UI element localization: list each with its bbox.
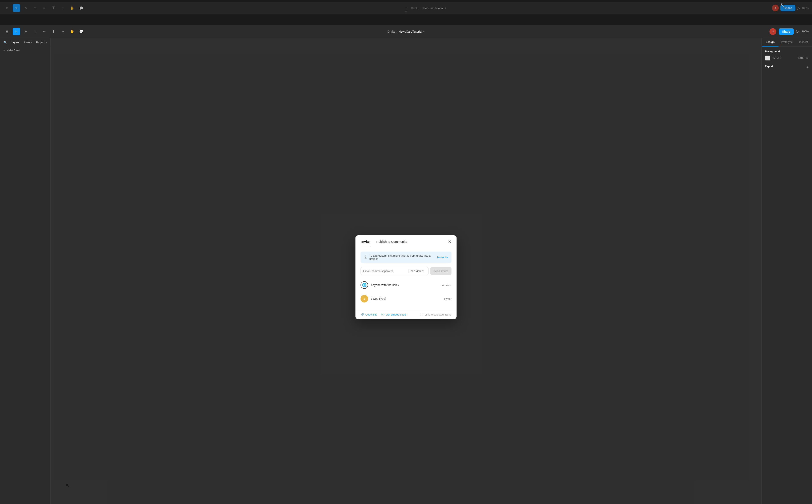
main-area: 🔍 Layers Assets Page 1 ▾ ≡ Hello Card In… [0,38,812,504]
ghost-tool-1: ⊞ [3,4,11,12]
breadcrumb-file[interactable]: NewsCardTutorial [399,30,422,33]
tab-assets[interactable]: Assets [22,40,34,45]
background-opacity[interactable]: 100% [797,57,804,60]
left-panel-tabs: 🔍 Layers Assets Page 1 ▾ [0,38,50,47]
breadcrumb-chevron-icon[interactable]: ▾ [423,30,425,33]
share-name-user: J Doe (You) [371,297,442,300]
tool-component[interactable]: ⊞ [3,28,11,35]
ghost-tool-2: ↖ [13,4,20,12]
info-icon: ⓘ [364,255,367,260]
email-input[interactable] [363,267,408,275]
copy-link-label: Copy link [365,313,377,316]
tool-shape[interactable]: □ [31,28,39,35]
right-panel-content: Background E5E5E5 100% 👁 Export + [762,47,812,74]
permission-dropdown[interactable]: can view ▾ [408,269,426,273]
modal-body: ⓘ To add editors, first move this file f… [356,247,456,310]
main-toolbar: ⊞ ↖ ⊕ □ ✏ T ⊹ ✋ 💬 Drafts / NewsCardTutor… [0,25,812,38]
modal-close-button[interactable]: ✕ [448,240,451,244]
ghost-cursor: ↖ [780,2,785,8]
embed-code-label: Get embed code [386,313,406,316]
modal-overlay: Invite Publish to Community ✕ ⓘ To add e… [50,38,762,504]
ghost-zoom: 100% [802,7,809,10]
tool-text[interactable]: T [50,28,57,35]
embed-code-button[interactable]: </> Get embed code [381,313,406,316]
tool-comment[interactable]: 💬 [77,28,85,35]
modal-header: Invite Publish to Community ✕ [356,235,456,247]
breadcrumb-drafts[interactable]: Drafts [387,30,395,33]
globe-avatar: 🌐 [361,281,368,289]
share-button[interactable]: Share [779,28,794,35]
embed-code-icon: </> [381,313,384,316]
right-panel: Design Prototype Inspect Background E5E5… [762,38,812,504]
tool-resources[interactable]: ⊹ [59,28,66,35]
tab-prototype[interactable]: Prototype [779,38,795,46]
ghost-breadcrumb-file: NewsCardTutorial [422,7,443,10]
tool-frame[interactable]: ⊕ [22,28,29,35]
visibility-icon[interactable]: 👁 [806,56,809,60]
ghost-tool-8: ✋ [68,4,76,12]
frame-checkbox-label: Link to selected frame [425,313,451,316]
page-name: Page 1 [36,41,45,44]
canvas-area[interactable]: Invite Publish to Community ✕ ⓘ To add e… [50,38,762,504]
tool-pen[interactable]: ✏ [40,28,48,35]
copy-link-icon: 🔗 [361,313,364,316]
page-chevron-icon: ▾ [46,41,47,44]
send-invite-button[interactable]: Send invite [430,267,451,275]
ghost-play-button: ▷ [797,6,800,10]
background-section-title: Background [765,50,809,53]
background-hex[interactable]: E5E5E5 [772,57,796,60]
tool-select[interactable]: ↖ [13,28,20,35]
user-share-avatar: J [361,295,368,302]
info-banner-text: To add editors, first move this file fro… [369,254,435,260]
info-banner: ⓘ To add editors, first move this file f… [361,252,451,263]
frame-checkbox[interactable] [420,313,423,316]
modal-tab-invite[interactable]: Invite [361,240,370,247]
ghost-tool-6: T [50,4,57,12]
tab-inspect[interactable]: Inspect [795,38,812,46]
tab-layers[interactable]: Layers [9,40,21,45]
permission-value: can view [411,269,421,273]
modal-footer: 🔗 Copy link </> Get embed code Link to s… [356,310,456,319]
share-name-link[interactable]: Anyone with the link ▾ [371,283,438,287]
toolbar-title: Drafts / NewsCardTutorial ▾ [387,30,425,33]
ghost-tool-7: ⊹ [59,4,66,12]
ghost-tool-3: ⊕ [22,4,29,12]
frame-checkbox-row: Link to selected frame [420,313,451,316]
play-button[interactable]: ▷ [796,29,799,34]
ghost-breadcrumb-drafts: Drafts [411,7,418,10]
share-modal: Invite Publish to Community ✕ ⓘ To add e… [356,235,456,319]
divider [361,292,451,292]
search-icon[interactable]: 🔍 [3,41,7,44]
export-section-title: Export [765,65,773,68]
page-selector[interactable]: Page 1 ▾ [36,41,47,44]
ghost-tool-5: ✏ [40,4,48,12]
export-row: Export + [765,65,809,70]
share-row-link: 🌐 Anyone with the link ▾ can view [361,279,451,291]
layer-item[interactable]: ≡ Hello Card [0,47,50,54]
zoom-level[interactable]: 100% [802,30,809,33]
right-panel-tabs: Design Prototype Inspect [762,38,812,47]
share-permission-link: can view [441,284,451,287]
export-add-icon[interactable]: + [806,65,809,70]
share-name-chevron-icon: ▾ [398,284,399,286]
tab-design[interactable]: Design [762,38,779,46]
layer-name: Hello Card [7,49,20,52]
ghost-tool-9: 💬 [77,4,85,12]
move-file-link[interactable]: Move file [437,256,448,259]
tool-hand[interactable]: ✋ [68,28,76,35]
share-row-user: J J Doe (You) owner [361,293,451,305]
background-row: E5E5E5 100% 👁 [765,56,809,61]
breadcrumb-separator: / [397,30,397,33]
permission-chevron-icon: ▾ [422,269,424,273]
ghost-avatar: J [772,5,779,11]
share-permission-user: owner [444,297,451,300]
left-panel: 🔍 Layers Assets Page 1 ▾ ≡ Hello Card [0,38,50,504]
copy-link-button[interactable]: 🔗 Copy link [361,313,377,316]
user-avatar[interactable]: J [769,28,776,35]
layer-icon: ≡ [3,49,5,52]
modal-tab-publish[interactable]: Publish to Community [375,240,408,247]
background-color-swatch[interactable] [765,56,770,61]
email-input-wrapper: can view ▾ [361,267,429,275]
ghost-tool-4: □ [31,4,39,12]
toolbar-right: J Share ▷ 100% [769,28,809,35]
